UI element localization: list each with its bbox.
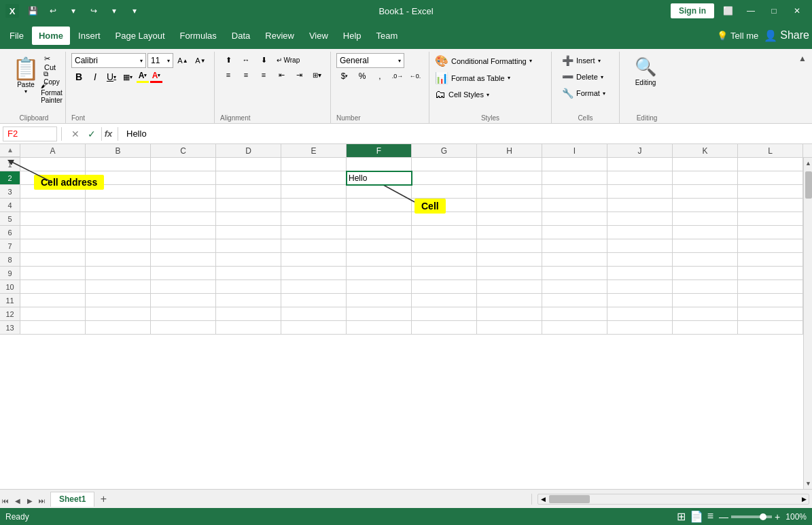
cell-L1[interactable] bbox=[738, 158, 803, 171]
cell-K13[interactable] bbox=[673, 321, 738, 335]
cell-K11[interactable] bbox=[673, 294, 738, 307]
cell-K12[interactable] bbox=[673, 307, 738, 321]
cell-A9[interactable] bbox=[20, 267, 86, 280]
cell-I10[interactable] bbox=[542, 280, 607, 294]
menu-page-layout[interactable]: Page Layout bbox=[109, 27, 172, 45]
cell-A11[interactable] bbox=[20, 294, 86, 307]
cell-C4[interactable] bbox=[151, 199, 216, 212]
cell-D6[interactable] bbox=[216, 226, 281, 239]
menu-review[interactable]: Review bbox=[258, 27, 301, 45]
cell-L10[interactable] bbox=[738, 280, 803, 294]
cell-K8[interactable] bbox=[673, 253, 738, 267]
row-header-9[interactable]: 9 bbox=[0, 267, 20, 280]
cell-C12[interactable] bbox=[151, 307, 216, 321]
cell-L11[interactable] bbox=[738, 294, 803, 307]
cell-D5[interactable] bbox=[216, 212, 281, 226]
zoom-in-button[interactable]: + bbox=[775, 511, 780, 522]
cell-J13[interactable] bbox=[607, 321, 673, 335]
cell-E8[interactable] bbox=[281, 253, 347, 267]
cell-E2[interactable] bbox=[281, 171, 347, 185]
format-as-table-button[interactable]: 📊 Format as Table ▾ bbox=[435, 70, 510, 86]
cell-E5[interactable] bbox=[281, 212, 347, 226]
scroll-down-button[interactable]: ▼ bbox=[804, 478, 813, 489]
comma-style-button[interactable]: , bbox=[372, 69, 388, 83]
cell-D3[interactable] bbox=[216, 185, 281, 199]
cell-D9[interactable] bbox=[216, 267, 281, 280]
menu-view[interactable]: View bbox=[302, 27, 335, 45]
col-header-B[interactable]: B bbox=[86, 144, 151, 157]
cell-H10[interactable] bbox=[477, 280, 542, 294]
scroll-right-button[interactable]: ▶ bbox=[799, 494, 809, 504]
cell-G5[interactable] bbox=[412, 212, 477, 226]
menu-file[interactable]: File bbox=[3, 27, 31, 45]
formula-confirm-button[interactable]: ✓ bbox=[85, 127, 99, 141]
cell-H5[interactable] bbox=[477, 212, 542, 226]
cell-D2[interactable] bbox=[216, 171, 281, 185]
cell-A4[interactable] bbox=[20, 199, 86, 212]
menu-team[interactable]: Team bbox=[370, 27, 405, 45]
cell-A10[interactable] bbox=[20, 280, 86, 294]
cell-H8[interactable] bbox=[477, 253, 542, 267]
h-scroll-thumb[interactable] bbox=[549, 495, 590, 503]
cell-J9[interactable] bbox=[607, 267, 673, 280]
undo-dropdown[interactable]: ▾ bbox=[64, 1, 83, 20]
col-header-G[interactable]: G bbox=[412, 144, 477, 157]
cell-styles-button[interactable]: 🗂 Cell Styles ▾ bbox=[435, 87, 489, 102]
align-top-button[interactable]: ⬆ bbox=[220, 53, 236, 67]
bold-button[interactable]: B bbox=[71, 69, 86, 84]
cell-G2[interactable] bbox=[412, 171, 477, 185]
cell-G9[interactable] bbox=[412, 267, 477, 280]
cell-A7[interactable] bbox=[20, 239, 86, 253]
scroll-up-button[interactable]: ▲ bbox=[804, 158, 813, 169]
cell-A5[interactable] bbox=[20, 212, 86, 226]
insert-function-button[interactable]: fx bbox=[105, 127, 118, 141]
cell-L9[interactable] bbox=[738, 267, 803, 280]
cell-I7[interactable] bbox=[542, 239, 607, 253]
cell-B12[interactable] bbox=[86, 307, 151, 321]
normal-view-button[interactable]: ⊞ bbox=[677, 510, 686, 523]
align-middle-button[interactable]: ↔ bbox=[238, 53, 254, 67]
cell-G3[interactable] bbox=[412, 185, 477, 199]
row-header-10[interactable]: 10 bbox=[0, 280, 20, 294]
cell-B8[interactable] bbox=[86, 253, 151, 267]
menu-home[interactable]: Home bbox=[32, 27, 70, 45]
cell-E13[interactable] bbox=[281, 321, 347, 335]
cell-L3[interactable] bbox=[738, 185, 803, 199]
col-header-I[interactable]: I bbox=[542, 144, 607, 157]
cell-E7[interactable] bbox=[281, 239, 347, 253]
col-header-C[interactable]: C bbox=[151, 144, 216, 157]
cell-G8[interactable] bbox=[412, 253, 477, 267]
cell-B2[interactable] bbox=[86, 171, 151, 185]
zoom-out-button[interactable]: — bbox=[719, 511, 728, 522]
scroll-track[interactable] bbox=[804, 169, 812, 478]
cell-L2[interactable] bbox=[738, 171, 803, 185]
italic-button[interactable]: I bbox=[88, 69, 103, 84]
merge-center-button[interactable]: ⊞▾ bbox=[308, 68, 325, 82]
menu-help[interactable]: Help bbox=[336, 27, 368, 45]
maximize-button[interactable]: □ bbox=[764, 1, 783, 20]
formula-input[interactable]: Hello bbox=[124, 129, 809, 139]
cell-B7[interactable] bbox=[86, 239, 151, 253]
ribbon-collapse-button[interactable]: ▲ bbox=[796, 52, 809, 65]
cell-B5[interactable] bbox=[86, 212, 151, 226]
cell-K4[interactable] bbox=[673, 199, 738, 212]
cell-J8[interactable] bbox=[607, 253, 673, 267]
cell-K2[interactable] bbox=[673, 171, 738, 185]
cell-B1[interactable] bbox=[86, 158, 151, 171]
row-header-11[interactable]: 11 bbox=[0, 294, 20, 307]
accounting-format-button[interactable]: $▾ bbox=[336, 69, 353, 83]
cell-J6[interactable] bbox=[607, 226, 673, 239]
cell-K3[interactable] bbox=[673, 185, 738, 199]
cell-J7[interactable] bbox=[607, 239, 673, 253]
cell-C11[interactable] bbox=[151, 294, 216, 307]
cell-A6[interactable] bbox=[20, 226, 86, 239]
cell-F6[interactable] bbox=[347, 226, 412, 239]
cell-L7[interactable] bbox=[738, 239, 803, 253]
cell-E10[interactable] bbox=[281, 280, 347, 294]
cell-F4[interactable] bbox=[347, 199, 412, 212]
cell-J5[interactable] bbox=[607, 212, 673, 226]
col-header-F[interactable]: F bbox=[347, 144, 412, 157]
cell-E3[interactable] bbox=[281, 185, 347, 199]
cell-C13[interactable] bbox=[151, 321, 216, 335]
cell-J10[interactable] bbox=[607, 280, 673, 294]
